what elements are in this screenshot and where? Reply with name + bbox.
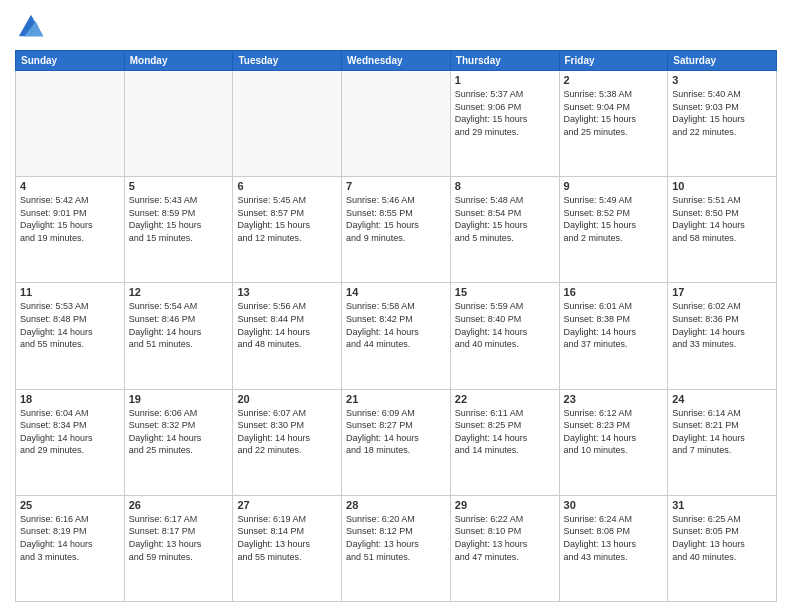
page: SundayMondayTuesdayWednesdayThursdayFrid… bbox=[0, 0, 792, 612]
day-info: Sunrise: 5:58 AM Sunset: 8:42 PM Dayligh… bbox=[346, 300, 446, 350]
day-info: Sunrise: 5:38 AM Sunset: 9:04 PM Dayligh… bbox=[564, 88, 664, 138]
day-number: 2 bbox=[564, 74, 664, 86]
calendar-week-row: 25Sunrise: 6:16 AM Sunset: 8:19 PM Dayli… bbox=[16, 495, 777, 601]
day-info: Sunrise: 6:22 AM Sunset: 8:10 PM Dayligh… bbox=[455, 513, 555, 563]
day-info: Sunrise: 5:48 AM Sunset: 8:54 PM Dayligh… bbox=[455, 194, 555, 244]
day-info: Sunrise: 6:19 AM Sunset: 8:14 PM Dayligh… bbox=[237, 513, 337, 563]
day-info: Sunrise: 6:14 AM Sunset: 8:21 PM Dayligh… bbox=[672, 407, 772, 457]
day-info: Sunrise: 5:49 AM Sunset: 8:52 PM Dayligh… bbox=[564, 194, 664, 244]
day-info: Sunrise: 6:16 AM Sunset: 8:19 PM Dayligh… bbox=[20, 513, 120, 563]
calendar-day-cell: 10Sunrise: 5:51 AM Sunset: 8:50 PM Dayli… bbox=[668, 177, 777, 283]
day-number: 7 bbox=[346, 180, 446, 192]
day-number: 4 bbox=[20, 180, 120, 192]
day-info: Sunrise: 6:07 AM Sunset: 8:30 PM Dayligh… bbox=[237, 407, 337, 457]
day-number: 13 bbox=[237, 286, 337, 298]
calendar-day-cell bbox=[342, 71, 451, 177]
calendar-day-cell: 31Sunrise: 6:25 AM Sunset: 8:05 PM Dayli… bbox=[668, 495, 777, 601]
calendar-day-cell bbox=[233, 71, 342, 177]
day-info: Sunrise: 5:51 AM Sunset: 8:50 PM Dayligh… bbox=[672, 194, 772, 244]
day-info: Sunrise: 6:02 AM Sunset: 8:36 PM Dayligh… bbox=[672, 300, 772, 350]
calendar-day-header: Saturday bbox=[668, 51, 777, 71]
day-info: Sunrise: 5:40 AM Sunset: 9:03 PM Dayligh… bbox=[672, 88, 772, 138]
day-info: Sunrise: 6:11 AM Sunset: 8:25 PM Dayligh… bbox=[455, 407, 555, 457]
day-number: 5 bbox=[129, 180, 229, 192]
calendar-day-cell: 11Sunrise: 5:53 AM Sunset: 8:48 PM Dayli… bbox=[16, 283, 125, 389]
calendar-day-cell: 4Sunrise: 5:42 AM Sunset: 9:01 PM Daylig… bbox=[16, 177, 125, 283]
calendar-day-cell: 16Sunrise: 6:01 AM Sunset: 8:38 PM Dayli… bbox=[559, 283, 668, 389]
calendar-week-row: 1Sunrise: 5:37 AM Sunset: 9:06 PM Daylig… bbox=[16, 71, 777, 177]
calendar-day-cell: 3Sunrise: 5:40 AM Sunset: 9:03 PM Daylig… bbox=[668, 71, 777, 177]
day-number: 8 bbox=[455, 180, 555, 192]
calendar-day-header: Monday bbox=[124, 51, 233, 71]
calendar-header-row: SundayMondayTuesdayWednesdayThursdayFrid… bbox=[16, 51, 777, 71]
day-info: Sunrise: 6:17 AM Sunset: 8:17 PM Dayligh… bbox=[129, 513, 229, 563]
day-number: 9 bbox=[564, 180, 664, 192]
calendar-day-cell: 6Sunrise: 5:45 AM Sunset: 8:57 PM Daylig… bbox=[233, 177, 342, 283]
calendar-day-cell: 24Sunrise: 6:14 AM Sunset: 8:21 PM Dayli… bbox=[668, 389, 777, 495]
day-number: 20 bbox=[237, 393, 337, 405]
day-info: Sunrise: 5:37 AM Sunset: 9:06 PM Dayligh… bbox=[455, 88, 555, 138]
day-info: Sunrise: 5:59 AM Sunset: 8:40 PM Dayligh… bbox=[455, 300, 555, 350]
calendar-day-header: Wednesday bbox=[342, 51, 451, 71]
calendar-day-cell: 14Sunrise: 5:58 AM Sunset: 8:42 PM Dayli… bbox=[342, 283, 451, 389]
day-number: 12 bbox=[129, 286, 229, 298]
day-number: 30 bbox=[564, 499, 664, 511]
header bbox=[15, 10, 777, 42]
day-info: Sunrise: 6:20 AM Sunset: 8:12 PM Dayligh… bbox=[346, 513, 446, 563]
calendar-week-row: 4Sunrise: 5:42 AM Sunset: 9:01 PM Daylig… bbox=[16, 177, 777, 283]
day-number: 10 bbox=[672, 180, 772, 192]
day-info: Sunrise: 5:42 AM Sunset: 9:01 PM Dayligh… bbox=[20, 194, 120, 244]
calendar-day-header: Thursday bbox=[450, 51, 559, 71]
day-number: 15 bbox=[455, 286, 555, 298]
calendar-day-cell: 1Sunrise: 5:37 AM Sunset: 9:06 PM Daylig… bbox=[450, 71, 559, 177]
calendar-day-cell: 28Sunrise: 6:20 AM Sunset: 8:12 PM Dayli… bbox=[342, 495, 451, 601]
day-info: Sunrise: 6:25 AM Sunset: 8:05 PM Dayligh… bbox=[672, 513, 772, 563]
day-number: 19 bbox=[129, 393, 229, 405]
calendar-day-cell: 5Sunrise: 5:43 AM Sunset: 8:59 PM Daylig… bbox=[124, 177, 233, 283]
day-info: Sunrise: 6:04 AM Sunset: 8:34 PM Dayligh… bbox=[20, 407, 120, 457]
day-number: 6 bbox=[237, 180, 337, 192]
calendar-day-cell: 25Sunrise: 6:16 AM Sunset: 8:19 PM Dayli… bbox=[16, 495, 125, 601]
calendar-day-cell: 15Sunrise: 5:59 AM Sunset: 8:40 PM Dayli… bbox=[450, 283, 559, 389]
logo bbox=[15, 10, 45, 42]
day-number: 11 bbox=[20, 286, 120, 298]
calendar-day-cell: 7Sunrise: 5:46 AM Sunset: 8:55 PM Daylig… bbox=[342, 177, 451, 283]
day-info: Sunrise: 6:09 AM Sunset: 8:27 PM Dayligh… bbox=[346, 407, 446, 457]
calendar-day-header: Friday bbox=[559, 51, 668, 71]
calendar-day-cell: 13Sunrise: 5:56 AM Sunset: 8:44 PM Dayli… bbox=[233, 283, 342, 389]
day-number: 14 bbox=[346, 286, 446, 298]
day-number: 22 bbox=[455, 393, 555, 405]
calendar-day-cell: 9Sunrise: 5:49 AM Sunset: 8:52 PM Daylig… bbox=[559, 177, 668, 283]
day-info: Sunrise: 6:06 AM Sunset: 8:32 PM Dayligh… bbox=[129, 407, 229, 457]
calendar-day-header: Sunday bbox=[16, 51, 125, 71]
calendar-week-row: 11Sunrise: 5:53 AM Sunset: 8:48 PM Dayli… bbox=[16, 283, 777, 389]
day-number: 18 bbox=[20, 393, 120, 405]
day-info: Sunrise: 6:24 AM Sunset: 8:08 PM Dayligh… bbox=[564, 513, 664, 563]
day-number: 28 bbox=[346, 499, 446, 511]
day-info: Sunrise: 5:56 AM Sunset: 8:44 PM Dayligh… bbox=[237, 300, 337, 350]
day-number: 29 bbox=[455, 499, 555, 511]
calendar-day-cell: 12Sunrise: 5:54 AM Sunset: 8:46 PM Dayli… bbox=[124, 283, 233, 389]
day-number: 25 bbox=[20, 499, 120, 511]
calendar-day-header: Tuesday bbox=[233, 51, 342, 71]
calendar-day-cell: 17Sunrise: 6:02 AM Sunset: 8:36 PM Dayli… bbox=[668, 283, 777, 389]
calendar-day-cell bbox=[124, 71, 233, 177]
calendar-day-cell bbox=[16, 71, 125, 177]
calendar-day-cell: 23Sunrise: 6:12 AM Sunset: 8:23 PM Dayli… bbox=[559, 389, 668, 495]
day-number: 27 bbox=[237, 499, 337, 511]
calendar-week-row: 18Sunrise: 6:04 AM Sunset: 8:34 PM Dayli… bbox=[16, 389, 777, 495]
calendar-day-cell: 8Sunrise: 5:48 AM Sunset: 8:54 PM Daylig… bbox=[450, 177, 559, 283]
day-info: Sunrise: 5:54 AM Sunset: 8:46 PM Dayligh… bbox=[129, 300, 229, 350]
logo-icon bbox=[17, 10, 45, 38]
calendar-day-cell: 19Sunrise: 6:06 AM Sunset: 8:32 PM Dayli… bbox=[124, 389, 233, 495]
day-number: 3 bbox=[672, 74, 772, 86]
day-info: Sunrise: 5:46 AM Sunset: 8:55 PM Dayligh… bbox=[346, 194, 446, 244]
day-number: 23 bbox=[564, 393, 664, 405]
day-number: 1 bbox=[455, 74, 555, 86]
calendar-day-cell: 26Sunrise: 6:17 AM Sunset: 8:17 PM Dayli… bbox=[124, 495, 233, 601]
day-number: 21 bbox=[346, 393, 446, 405]
day-number: 24 bbox=[672, 393, 772, 405]
calendar-day-cell: 29Sunrise: 6:22 AM Sunset: 8:10 PM Dayli… bbox=[450, 495, 559, 601]
day-info: Sunrise: 6:12 AM Sunset: 8:23 PM Dayligh… bbox=[564, 407, 664, 457]
day-info: Sunrise: 5:43 AM Sunset: 8:59 PM Dayligh… bbox=[129, 194, 229, 244]
